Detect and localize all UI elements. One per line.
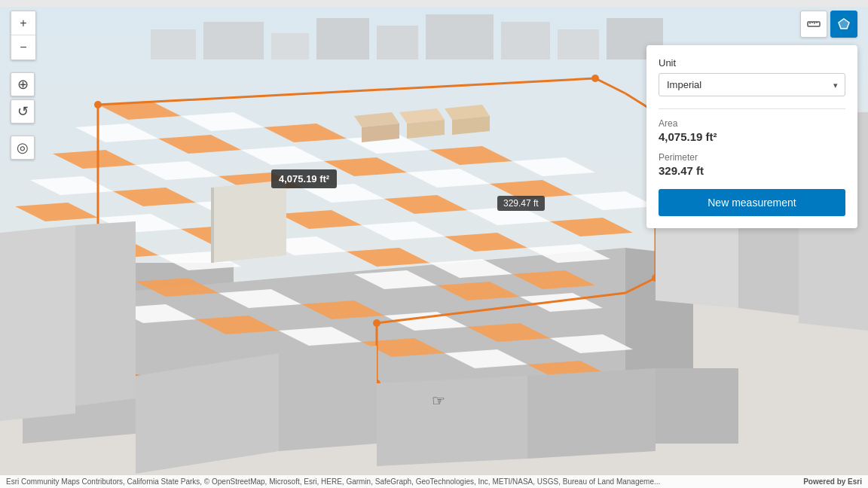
- svg-rect-2: [151, 29, 196, 59]
- svg-point-71: [591, 75, 599, 82]
- svg-marker-68: [211, 180, 286, 263]
- svg-marker-96: [656, 368, 738, 444]
- compass-button[interactable]: ◎: [11, 136, 35, 160]
- svg-point-70: [94, 101, 102, 108]
- zoom-in-button[interactable]: +: [11, 11, 35, 35]
- unit-select[interactable]: Imperial Metric: [659, 73, 845, 96]
- area-value: 4,075.19 ft²: [659, 130, 845, 143]
- svg-marker-93: [279, 346, 377, 451]
- pan-button[interactable]: ⊕: [11, 72, 35, 96]
- svg-marker-94: [377, 376, 527, 466]
- svg-rect-6: [377, 26, 418, 59]
- powered-by-text: Powered by Esri: [803, 477, 862, 486]
- distance-tool-button[interactable]: [800, 11, 827, 38]
- zoom-out-button[interactable]: −: [11, 35, 35, 59]
- left-toolbar: + − ⊕ ↺ ◎: [11, 11, 36, 160]
- svg-rect-7: [426, 14, 494, 59]
- attribution-bar: Esri Community Maps Contributors, Califo…: [0, 475, 868, 488]
- svg-rect-8: [501, 22, 550, 59]
- tool-icon-buttons: [800, 11, 857, 38]
- svg-point-74: [373, 319, 381, 327]
- svg-rect-5: [316, 18, 369, 59]
- area-icon: [837, 17, 851, 31]
- svg-marker-90: [0, 225, 75, 421]
- svg-marker-91: [75, 221, 136, 406]
- zoom-controls: + −: [11, 11, 36, 60]
- svg-marker-95: [527, 368, 656, 459]
- svg-text:☞: ☞: [432, 392, 445, 409]
- panel-divider: [659, 108, 845, 109]
- area-label: Area: [659, 118, 845, 129]
- unit-label: Unit: [659, 57, 845, 69]
- svg-rect-4: [271, 33, 309, 59]
- undo-button[interactable]: ↺: [11, 99, 35, 124]
- svg-rect-69: [211, 188, 214, 263]
- svg-rect-3: [203, 22, 264, 59]
- perimeter-label: Perimeter: [659, 152, 845, 163]
- new-measurement-button[interactable]: New measurement: [659, 189, 845, 216]
- ruler-icon: [807, 17, 821, 31]
- measurement-panel: Unit Imperial Metric ▾ Area 4,075.19 ft²…: [646, 45, 857, 228]
- area-tool-button[interactable]: [830, 11, 857, 38]
- svg-rect-9: [558, 29, 599, 59]
- attribution-text: Esri Community Maps Contributors, Califo…: [6, 477, 660, 486]
- unit-select-wrapper: Imperial Metric ▾: [659, 73, 845, 96]
- perimeter-value: 329.47 ft: [659, 164, 845, 177]
